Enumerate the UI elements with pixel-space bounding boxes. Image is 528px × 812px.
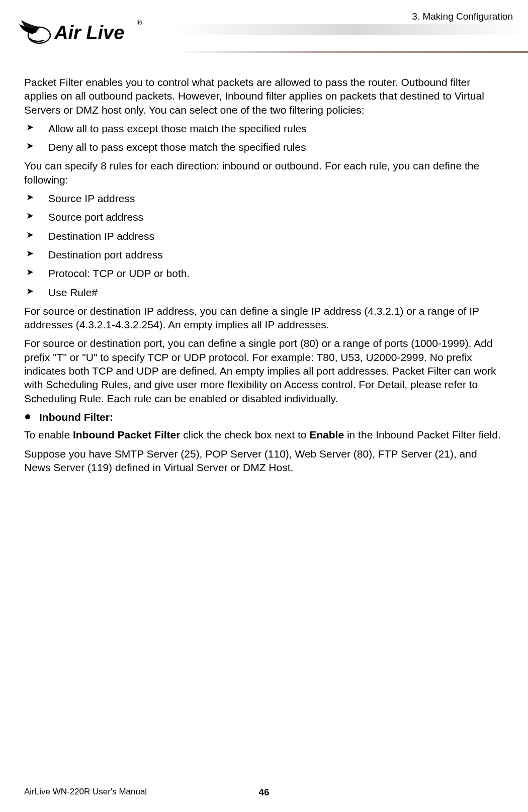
rule-field-item: Protocol: TCP or UDP or both. <box>24 266 505 280</box>
policy-list: Allow all to pass except those match the… <box>24 122 505 154</box>
svg-text:Air Live: Air Live <box>54 22 124 43</box>
text-fragment: in the Inbound Packet Filter field. <box>344 429 501 440</box>
intro-paragraph: Packet Filter enables you to control wha… <box>24 75 505 117</box>
page-number: 46 <box>258 787 269 798</box>
rule-field-item: Source IP address <box>24 192 505 205</box>
rule-field-item: Destination IP address <box>24 229 505 243</box>
manual-title: AirLive WN-220R User's Manual <box>24 787 147 797</box>
svg-text:®: ® <box>137 19 142 27</box>
logo-svg: Air Live ® <box>15 14 146 52</box>
rule-fields-list: Source IP address Source port address De… <box>24 192 505 299</box>
page-content: Packet Filter enables you to control wha… <box>0 55 528 474</box>
rule-field-item: Destination port address <box>24 248 505 261</box>
policy-item: Allow all to pass except those match the… <box>24 122 505 135</box>
rules-paragraph: You can specify 8 rules for each directi… <box>24 159 505 187</box>
airlive-logo: Air Live ® <box>15 14 146 54</box>
section-label: 3. Making Configuration <box>412 11 513 22</box>
page-header: 3. Making Configuration Air Live ® <box>0 0 528 55</box>
server-example-paragraph: Suppose you have SMTP Server (25), POP S… <box>24 447 505 475</box>
page-footer: AirLive WN-220R User's Manual 46 <box>0 787 528 797</box>
text-fragment: click the check box next to <box>180 429 309 440</box>
inbound-filter-heading: Inbound Filter: <box>24 410 505 424</box>
inbound-packet-filter-bold: Inbound Packet Filter <box>73 429 181 440</box>
policy-item: Deny all to pass except those match the … <box>24 140 505 154</box>
header-gradient-line <box>176 51 528 53</box>
text-fragment: To enable <box>24 429 73 440</box>
header-gradient-stripe <box>176 24 528 35</box>
enable-bold: Enable <box>309 429 344 440</box>
rule-field-item: Use Rule# <box>24 286 505 299</box>
inbound-enable-paragraph: To enable Inbound Packet Filter click th… <box>24 428 505 441</box>
ip-paragraph: For source or destination IP address, yo… <box>24 304 505 332</box>
port-paragraph: For source or destination port, you can … <box>24 336 505 405</box>
rule-field-item: Source port address <box>24 210 505 224</box>
